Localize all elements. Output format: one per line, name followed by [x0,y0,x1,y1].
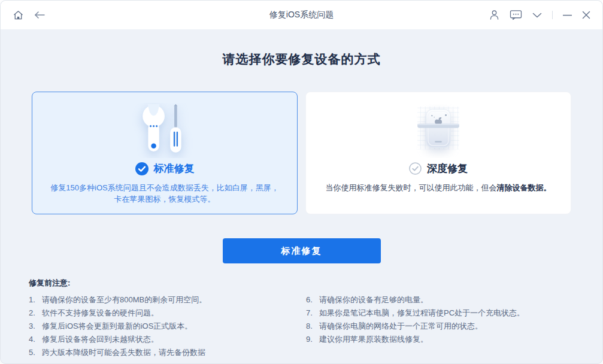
note-item: 8.请确保你电脑的网络处于一个正常可用的状态。 [306,320,574,333]
notes-column-right: 6.请确保你的设备有足够的电量。 7.如果你是笔记本电脑，修复过程请使PC处于一… [306,293,574,359]
titlebar-separator [552,11,553,19]
standard-repair-description: 修复150多种iOS系统问题且不会造成数据丢失，比如白屏，黑屏，卡在苹果图标，恢… [49,182,281,205]
page-title: 请选择你要修复设备的方式 [1,51,602,68]
card-standard-repair[interactable]: 标准修复 修复150多种iOS系统问题且不会造成数据丢失，比如白屏，黑屏，卡在苹… [32,92,298,214]
deep-repair-description: 当你使用标准修复失败时，可以使用此功能，但会清除设备数据。 [322,182,555,193]
chevron-down-icon[interactable] [532,13,542,18]
pre-repair-notes: 修复前注意: 1.请确保你的设备至少有800MB的剩余可用空间。 2.软件不支持… [29,278,574,359]
device-restore-icon [405,102,471,159]
back-arrow-icon[interactable] [34,11,46,19]
note-item: 3.修复后iOS将会更新到最新的iOS正式版本。 [29,320,306,333]
app-window: 修复iOS系统问题 [0,0,603,364]
standard-repair-button[interactable]: 标准修复 [223,238,381,263]
card-deep-repair[interactable]: 深度修复 当你使用标准修复失败时，可以使用此功能，但会清除设备数据。 [305,92,571,214]
person-icon[interactable] [489,10,499,20]
repair-mode-cards: 标准修复 修复150多种iOS系统问题且不会造成数据丢失，比如白屏，黑屏，卡在苹… [32,92,571,214]
minimize-icon[interactable] [563,14,572,16]
note-item: 1.请确保你的设备至少有800MB的剩余可用空间。 [29,293,306,307]
checkmark-outline-icon [409,162,422,175]
home-icon[interactable] [13,10,24,21]
note-item: 2.软件不支持修复设备的硬件问题。 [29,307,306,320]
standard-repair-title: 标准修复 [154,162,195,175]
notes-column-left: 1.请确保你的设备至少有800MB的剩余可用空间。 2.软件不支持修复设备的硬件… [29,293,306,359]
wrench-screwdriver-icon [131,102,198,159]
note-item: 7.如果你是笔记本电脑，修复过程请使PC处于一个充电状态。 [306,307,574,320]
deep-repair-title: 深度修复 [427,162,468,175]
close-icon[interactable] [582,11,590,19]
note-item: 4.修复后设备将会回到未越狱状态。 [29,333,306,346]
note-item: 5.跨大版本降级时可能会丢失数据，请先备份数据 [29,346,306,359]
note-item: 9.建议你用苹果原装数据线修复。 [306,333,574,346]
checkmark-filled-icon [135,162,149,175]
chat-bubble-icon[interactable] [510,10,522,20]
notes-header: 修复前注意: [29,278,574,289]
note-item: 6.请确保你的设备有足够的电量。 [306,293,574,307]
title-bar: 修复iOS系统问题 [1,1,602,29]
